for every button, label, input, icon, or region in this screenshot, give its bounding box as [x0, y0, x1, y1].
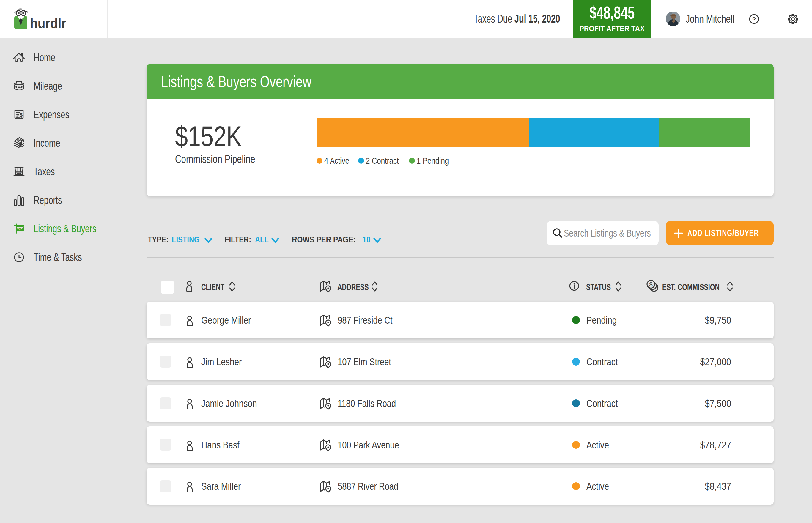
svg-text:$: $	[20, 112, 23, 118]
svg-text:?: ?	[752, 16, 756, 22]
svg-text:$: $	[649, 281, 652, 288]
svg-text:SALE: SALE	[16, 227, 23, 230]
svg-text:★: ★	[19, 172, 21, 175]
